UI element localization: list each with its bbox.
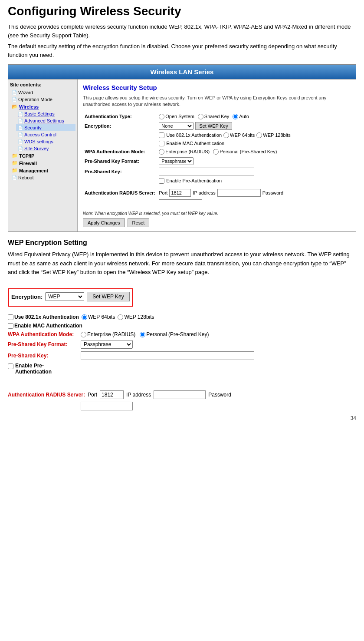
use-8021x-checkbox[interactable] — [159, 132, 164, 138]
bottom-radius-port-input[interactable] — [100, 390, 124, 399]
psk-format-select[interactable]: Passphrase — [159, 157, 193, 165]
bottom-8021x-label[interactable]: Use 802.1x Authentication — [8, 314, 79, 320]
radius-pass-row — [83, 198, 351, 208]
auth-type-label: Authentication Type: — [83, 112, 157, 121]
auth-open-system[interactable]: Open System — [159, 114, 194, 119]
empty-cell-2 — [83, 139, 157, 148]
sidebar-folder-wireless[interactable]: 📂 Wireless — [10, 103, 75, 110]
enable-preauth-checkbox[interactable] — [159, 178, 164, 184]
sidebar-folder-firewall[interactable]: 📁 Firewall — [10, 159, 75, 167]
auth-auto-radio[interactable] — [233, 114, 238, 119]
bottom-preauth-label[interactable]: Enable Pre-Authentication — [8, 363, 52, 375]
auth-shared-radio[interactable] — [198, 114, 203, 119]
set-wep-key-btn-large[interactable]: Set WEP Key — [87, 292, 129, 301]
psk-format-label: Pre-Shared Key Format: — [83, 156, 157, 166]
sidebar-folder-management[interactable]: 📁 Management — [10, 167, 75, 174]
bottom-wep64-radio[interactable] — [82, 314, 87, 320]
wep-64bits-radio[interactable] — [223, 132, 229, 138]
radius-port-input[interactable] — [169, 189, 191, 197]
folder-open-icon: 📂 — [12, 104, 18, 109]
bottom-psk-format-select[interactable]: Passphrase — [81, 340, 133, 349]
bottom-radius-password-input[interactable] — [81, 402, 133, 410]
bottom-radius-label: Authentication RADIUS Server: — [8, 392, 85, 398]
bottom-wpa-personal-label[interactable]: Personal (Pre-Shared Key) — [140, 331, 209, 337]
sidebar-item-reboot[interactable]: 📄 Reboot — [10, 174, 75, 181]
bottom-radius-ip-input[interactable] — [154, 390, 206, 399]
wpa-mode-radio-group: Enterprise (RADIUS) Personal (Pre-Shared… — [159, 149, 349, 155]
auth-type-row: Authentication Type: Open System Shared … — [83, 112, 351, 121]
sidebar-item-wds[interactable]: 📄 WDS settings — [16, 138, 75, 145]
doc-icon-3: 📄 — [18, 112, 23, 116]
wpa-personal-label[interactable]: Personal (Pre-Shared Key) — [213, 149, 277, 155]
auth-open-radio[interactable] — [159, 114, 164, 119]
set-wep-key-button[interactable]: Set WEP Key — [195, 122, 232, 130]
bottom-preauth-checkbox[interactable] — [8, 363, 13, 369]
radius-pass-controls — [157, 198, 351, 208]
psk-input[interactable] — [159, 168, 254, 175]
wep-64bits-radio-label[interactable]: WEP 64bits — [223, 132, 255, 138]
sidebar-item-security[interactable]: 📄 Security — [16, 124, 75, 131]
radius-password-input[interactable] — [159, 199, 202, 207]
section-desc: This page allows you setup the wireless … — [83, 95, 351, 108]
radius-ip-input[interactable] — [217, 189, 261, 197]
page-container: Configuring Wireless Security This devic… — [0, 0, 364, 426]
bottom-psk-input[interactable] — [81, 351, 254, 360]
doc-icon-2: 📄 — [12, 97, 17, 102]
bottom-wpa-enterprise-label[interactable]: Enterprise (RADIUS) — [81, 331, 135, 337]
sidebar-item-access-control[interactable]: 📄 Access Control — [16, 131, 75, 138]
sidebar-item-advanced-settings[interactable]: 📄 Advanced Settings — [16, 117, 75, 124]
bottom-wep128-radio[interactable] — [118, 314, 123, 320]
doc-icon-reboot: 📄 — [12, 175, 17, 180]
bottom-8021x-checkbox[interactable] — [8, 314, 13, 320]
bottom-mac-auth-checkbox[interactable] — [8, 323, 13, 329]
bottom-radius-row: Authentication RADIUS Server: Port IP ad… — [8, 389, 356, 400]
sidebar-item-basic-settings[interactable]: 📄 Basic Settings — [16, 110, 75, 117]
auth-shared-key[interactable]: Shared Key — [198, 114, 229, 119]
enable-mac-checkbox[interactable] — [159, 141, 164, 146]
doc-icon-8: 📄 — [18, 146, 23, 151]
bottom-mac-auth-label[interactable]: Enable MAC Authentication — [8, 323, 82, 329]
enable-preauth-label[interactable]: Enable Pre-Authentication — [159, 178, 349, 184]
action-buttons: Apply Changes Reset — [83, 218, 351, 227]
reset-button[interactable]: Reset — [128, 218, 150, 227]
bottom-psk-format-label: Pre-Shared Key Format: — [8, 341, 77, 347]
psk-format-row: Pre-Shared Key Format: Passphrase — [83, 156, 351, 166]
sidebar-item-operation-mode[interactable]: 📄 Operation Mode — [10, 96, 75, 103]
wep-128bits-radio[interactable] — [256, 132, 262, 138]
sidebar-item-wizard[interactable]: 📄 Wizard — [10, 89, 75, 96]
enable-mac-auth-label[interactable]: Enable MAC Authentication — [159, 141, 349, 146]
auth-type-controls: Open System Shared Key Auto — [157, 112, 351, 121]
router-body: Site contents: 📄 Wizard 📄 Operation Mode… — [8, 79, 356, 231]
doc-icon-6: 📄 — [18, 132, 23, 137]
8021x-controls: Use 802.1x Authentication WEP 64bits WEP… — [157, 131, 351, 139]
wep-128bits-radio-label[interactable]: WEP 128bits — [256, 132, 290, 138]
preauth-controls: Enable Pre-Authentication — [157, 177, 351, 185]
enc-select[interactable]: WEP — [45, 292, 84, 301]
bottom-wep64-label[interactable]: WEP 64bits — [82, 314, 115, 320]
bottom-wpa-mode-label: WPA Authentication Mode: — [8, 331, 77, 337]
bottom-form: Use 802.1x Authentication WEP 64bits WEP… — [8, 313, 356, 412]
bottom-wpa-enterprise-radio[interactable] — [81, 332, 86, 337]
bottom-psk-row: Pre-Shared Key: — [8, 350, 356, 361]
bottom-wpa-mode-row: WPA Authentication Mode: Enterprise (RAD… — [8, 330, 356, 339]
wpa-enterprise-label[interactable]: Enterprise (RADIUS) — [159, 149, 210, 155]
use-8021x-checkbox-label[interactable]: Use 802.1x Authentication — [159, 132, 222, 138]
auth-auto[interactable]: Auto — [233, 114, 249, 119]
bottom-psk-label: Pre-Shared Key: — [8, 353, 77, 359]
empty-cell-1 — [83, 131, 157, 139]
wep-body-text: Wired Equivalent Privacy (WEP) is implem… — [8, 250, 356, 277]
enc-label: Encryption: — [11, 294, 43, 300]
wpa-enterprise-radio[interactable] — [159, 149, 164, 155]
encryption-select[interactable]: None — [159, 122, 193, 130]
doc-icon: 📄 — [12, 90, 17, 95]
wpa-mode-label: WPA Authentication Mode: — [83, 148, 157, 156]
router-ui-box: Wireless LAN Series Site contents: 📄 Wiz… — [8, 64, 356, 232]
wpa-mode-controls: Enterprise (RADIUS) Personal (Pre-Shared… — [157, 148, 351, 156]
apply-changes-button[interactable]: Apply Changes — [83, 218, 125, 227]
bottom-wpa-personal-radio[interactable] — [140, 332, 145, 337]
sidebar-item-site-survey[interactable]: 📄 Site Survey — [16, 145, 75, 152]
wep-section-title: WEP Encryption Setting — [8, 239, 356, 247]
sidebar-folder-tcpip[interactable]: 📁 TCP/IP — [10, 152, 75, 159]
wpa-personal-radio[interactable] — [213, 149, 219, 155]
bottom-wep128-label[interactable]: WEP 128bits — [118, 314, 154, 320]
